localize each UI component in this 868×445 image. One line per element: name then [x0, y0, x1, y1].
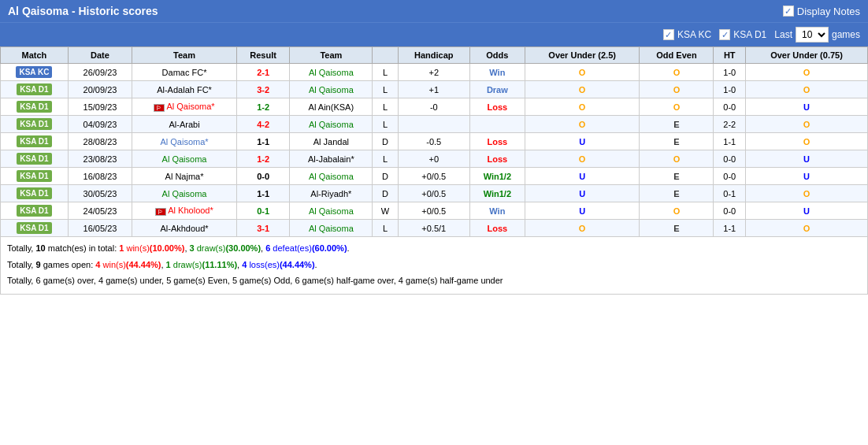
team1-cell[interactable]: Al-Akhdoud* [132, 220, 237, 237]
header-right: ✓ Display Notes [783, 6, 860, 17]
wdl-cell: L [373, 150, 398, 168]
league-badge-cell[interactable]: KSA D1 [1, 98, 69, 116]
team1-cell[interactable]: Al-Arabi [132, 116, 237, 133]
team2-cell[interactable]: Al Ain(KSA) [290, 98, 373, 116]
oe-cell: E [640, 133, 714, 150]
team1-name: Al Qaisoma [162, 189, 207, 198]
ksa-d1-checkbox[interactable]: ✓ [719, 29, 730, 40]
team2-cell[interactable]: Al Qaisoma [290, 81, 373, 98]
oe-cell: O [640, 64, 714, 81]
date-cell: 16/08/23 [68, 168, 132, 185]
team1-name: Al-Arabi [169, 120, 199, 129]
team1-cell[interactable]: Damac FC* [132, 64, 237, 81]
col-date: Date [68, 47, 132, 64]
team2-cell[interactable]: Al Jandal [290, 133, 373, 150]
table-row: KSA D116/05/23Al-Akhdoud*3-1Al QaisomaL+… [1, 220, 868, 237]
table-row: KSA KC26/09/23Damac FC*2-1Al QaisomaL+2W… [1, 64, 868, 81]
ksa-kc-label: KSA KC [677, 29, 711, 40]
handicap-cell: +0.5/1 [398, 220, 469, 237]
odds-cell: Win1/2 [469, 168, 525, 185]
league-badge-cell[interactable]: KSA D1 [1, 185, 69, 202]
team1-cell[interactable]: Al-Adalah FC* [132, 81, 237, 98]
team2-cell[interactable]: Al-Riyadh* [290, 185, 373, 202]
table-row: KSA D124/05/23🏳Al Kholood*0-1Al QaisomaW… [1, 202, 868, 220]
score-cell: 1-1 [236, 133, 289, 150]
date-cell: 20/09/23 [68, 81, 132, 98]
ksa-kc-checkbox[interactable]: ✓ [663, 29, 674, 40]
team2-cell[interactable]: Al Qaisoma [290, 168, 373, 185]
display-notes-checkbox[interactable]: ✓ [783, 6, 794, 17]
odds-cell: Win1/2 [469, 185, 525, 202]
display-notes-text: Display Notes [797, 6, 860, 17]
ou075-cell: O [746, 185, 868, 202]
ht-cell: 0-1 [714, 185, 746, 202]
league-badge-cell[interactable]: KSA D1 [1, 150, 69, 168]
handicap-cell: -0 [398, 98, 469, 116]
ht-cell: 0-0 [714, 98, 746, 116]
ou075-cell: U [746, 98, 868, 116]
oe-cell: O [640, 98, 714, 116]
header: Al Qaisoma - Historic scores ✓ Display N… [0, 0, 868, 22]
date-cell: 24/05/23 [68, 202, 132, 220]
league-badge-cell[interactable]: KSA D1 [1, 133, 69, 150]
date-cell: 26/09/23 [68, 64, 132, 81]
score-cell: 1-1 [236, 185, 289, 202]
league-badge: KSA D1 [17, 170, 51, 182]
ht-cell: 0-0 [714, 168, 746, 185]
team1-cell[interactable]: Al Qaisoma [132, 185, 237, 202]
summary-line-1: Totally, 10 match(es) in total: 1 win(s)… [7, 241, 861, 256]
league-badge-cell[interactable]: KSA D1 [1, 81, 69, 98]
ht-cell: 0-0 [714, 150, 746, 168]
ht-cell: 1-0 [714, 64, 746, 81]
handicap-cell [398, 116, 469, 133]
team2-name: Al-Riyadh* [310, 189, 351, 198]
team1-cell[interactable]: 🏳Al Qaisoma* [132, 98, 237, 116]
team2-name: Al Qaisoma [309, 85, 354, 95]
ou25-cell: O [525, 116, 640, 133]
odds-cell: Loss [469, 98, 525, 116]
team2-cell[interactable]: Al Qaisoma [290, 220, 373, 237]
team2-name: Al Qaisoma [309, 206, 354, 216]
ou075-cell: O [746, 133, 868, 150]
ou075-cell: O [746, 220, 868, 237]
team2-name: Al Qaisoma [309, 172, 354, 181]
league-badge-cell[interactable]: KSA D1 [1, 220, 69, 237]
wdl-cell: L [373, 116, 398, 133]
score-cell: 1-2 [236, 150, 289, 168]
team1-cell[interactable]: Al Qaisoma [132, 150, 237, 168]
league-badge-cell[interactable]: KSA KC [1, 64, 69, 81]
team2-name: Al-Jabalain* [308, 154, 354, 164]
wdl-cell: L [373, 64, 398, 81]
team1-name: Al Qaisoma* [160, 137, 208, 146]
summary-line-3: Totally, 6 game(s) over, 4 game(s) under… [7, 273, 861, 288]
ou25-cell: U [525, 202, 640, 220]
league-badge-cell[interactable]: KSA D1 [1, 168, 69, 185]
odds-cell: Win [469, 202, 525, 220]
odds-cell [469, 116, 525, 133]
ht-cell: 1-0 [714, 81, 746, 98]
team1-cell[interactable]: 🏳Al Kholood* [132, 202, 237, 220]
team1-cell[interactable]: Al Najma* [132, 168, 237, 185]
ksa-d1-filter[interactable]: ✓ KSA D1 [719, 29, 766, 40]
ou075-cell: U [746, 150, 868, 168]
display-notes-label[interactable]: ✓ Display Notes [783, 6, 860, 17]
league-badge-cell[interactable]: KSA D1 [1, 116, 69, 133]
team2-name: Al Ain(KSA) [309, 102, 354, 112]
team1-cell[interactable]: Al Qaisoma* [132, 133, 237, 150]
league-badge-cell[interactable]: KSA D1 [1, 202, 69, 220]
wdl-cell: D [373, 133, 398, 150]
team2-cell[interactable]: Al-Jabalain* [290, 150, 373, 168]
date-cell: 23/08/23 [68, 150, 132, 168]
oe-cell: E [640, 116, 714, 133]
col-team2: Team [290, 47, 373, 64]
team2-cell[interactable]: Al Qaisoma [290, 64, 373, 81]
wdl-cell: L [373, 81, 398, 98]
last-games-select[interactable]: 10 20 30 [796, 27, 829, 43]
ksa-kc-filter[interactable]: ✓ KSA KC [663, 29, 711, 40]
team2-cell[interactable]: Al Qaisoma [290, 116, 373, 133]
odds-cell: Win [469, 64, 525, 81]
team2-cell[interactable]: Al Qaisoma [290, 202, 373, 220]
col-match: Match [1, 47, 69, 64]
ou075-cell: U [746, 168, 868, 185]
date-cell: 04/09/23 [68, 116, 132, 133]
